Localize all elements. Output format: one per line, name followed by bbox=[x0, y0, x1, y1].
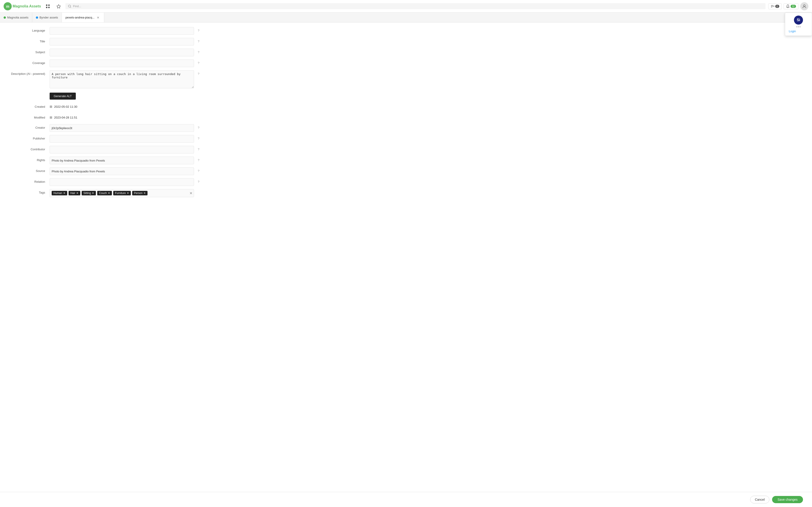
publisher-input[interactable] bbox=[50, 135, 194, 143]
grid-menu-button[interactable] bbox=[44, 2, 52, 10]
tag-human-label: Human bbox=[53, 191, 62, 195]
tag-furniture-label: Furniture bbox=[115, 191, 126, 195]
tags-label: Tags bbox=[9, 189, 50, 194]
source-label: Source bbox=[9, 167, 50, 173]
tag-furniture: Furniture ✕ bbox=[113, 191, 131, 195]
svg-line-8 bbox=[70, 7, 71, 8]
created-calendar-icon: ⊞ bbox=[50, 105, 52, 108]
subject-field: ? bbox=[50, 49, 194, 56]
svg-rect-4 bbox=[46, 7, 47, 8]
description-textarea[interactable]: A person with long hair sitting on a cou… bbox=[50, 70, 194, 88]
rights-field: ? bbox=[50, 157, 194, 164]
tag-human-remove[interactable]: ✕ bbox=[63, 192, 65, 194]
tasks-button[interactable]: 0 bbox=[768, 3, 782, 9]
popup-dot-3 bbox=[800, 26, 801, 27]
contributor-field: ? bbox=[50, 146, 194, 154]
tag-couch: Couch ✕ bbox=[97, 191, 112, 195]
created-row: Created ⊞ 2022-05-02 11:30 bbox=[9, 103, 194, 111]
tab-pexels[interactable]: pexels-andrea-piacq... ✕ bbox=[62, 13, 104, 22]
creator-input[interactable] bbox=[50, 124, 194, 132]
user-menu-button[interactable] bbox=[800, 2, 808, 10]
title-row: Title ? bbox=[9, 38, 194, 46]
relation-input[interactable] bbox=[50, 178, 194, 186]
publisher-field: ? bbox=[50, 135, 194, 143]
subject-label: Subject bbox=[9, 49, 50, 54]
svg-rect-11 bbox=[771, 7, 772, 7]
search-placeholder: Find... bbox=[73, 4, 81, 8]
rights-help-icon: ? bbox=[198, 158, 199, 162]
star-icon bbox=[57, 4, 61, 8]
language-label: Language bbox=[9, 27, 50, 32]
coverage-label: Coverage bbox=[9, 59, 50, 65]
magnolia-logo: m bbox=[4, 2, 12, 10]
svg-point-7 bbox=[68, 5, 70, 7]
description-field: A person with long hair sitting on a cou… bbox=[50, 70, 194, 89]
notifications-badge: 32 bbox=[791, 5, 796, 8]
generate-alt-spacer bbox=[9, 92, 50, 94]
source-help-icon: ? bbox=[198, 169, 199, 173]
modified-timestamp: 2023-04-28 11:51 bbox=[54, 116, 78, 119]
tag-couch-label: Couch bbox=[99, 191, 107, 195]
creator-row: Creator ? bbox=[9, 124, 194, 132]
tag-couch-remove[interactable]: ✕ bbox=[108, 192, 110, 194]
tag-hair-remove[interactable]: ✕ bbox=[76, 192, 79, 194]
tag-person: Person ✕ bbox=[132, 191, 148, 195]
tags-field: Human ✕ Hair ✕ Sitting ✕ Couch ✕ bbox=[50, 189, 194, 197]
coverage-help-icon: ? bbox=[198, 61, 199, 65]
coverage-row: Coverage ? bbox=[9, 59, 194, 68]
created-label: Created bbox=[9, 105, 50, 108]
language-input[interactable] bbox=[50, 27, 194, 35]
tab-magnolia-assets[interactable]: Magnolia assets bbox=[0, 13, 32, 22]
top-nav: m Magnolia Assets Find... bbox=[0, 0, 812, 13]
description-help-icon: ? bbox=[198, 72, 199, 75]
form-container: Language ? Title ? Subject ? Coverage bbox=[0, 27, 203, 197]
source-input[interactable] bbox=[50, 167, 194, 175]
user-icon bbox=[802, 4, 806, 8]
logo: m Magnolia Assets bbox=[4, 2, 41, 10]
generate-alt-button[interactable]: Generate ALT bbox=[50, 93, 76, 100]
language-help-icon: ? bbox=[198, 29, 199, 32]
cancel-button[interactable]: Cancel bbox=[750, 496, 770, 503]
grid-icon bbox=[46, 4, 50, 8]
subject-row: Subject ? bbox=[9, 49, 194, 57]
favorites-button[interactable] bbox=[55, 2, 63, 10]
tag-sitting-label: Sitting bbox=[84, 191, 91, 195]
tag-sitting: Sitting ✕ bbox=[82, 191, 96, 195]
popup-dot-1 bbox=[797, 26, 797, 27]
tab-bynder-assets[interactable]: Bynder assets bbox=[32, 13, 62, 22]
tags-clear-button[interactable]: ✕ bbox=[190, 191, 192, 195]
creator-label: Creator bbox=[9, 124, 50, 129]
save-changes-button[interactable]: Save changes bbox=[772, 496, 803, 503]
search-bar: Find... bbox=[65, 3, 766, 9]
svg-rect-10 bbox=[771, 6, 773, 6]
notifications-button[interactable]: 32 bbox=[783, 3, 799, 9]
publisher-row: Publisher ? bbox=[9, 135, 194, 143]
rights-input[interactable] bbox=[50, 157, 194, 164]
logo-text: Magnolia Assets bbox=[13, 4, 41, 8]
svg-rect-3 bbox=[48, 4, 50, 6]
generate-alt-row: Generate ALT bbox=[9, 92, 194, 100]
login-button[interactable]: Login bbox=[785, 28, 800, 36]
publisher-label: Publisher bbox=[9, 135, 50, 140]
user-popup: Si Login bbox=[785, 13, 812, 36]
tag-sitting-remove[interactable]: ✕ bbox=[92, 192, 94, 194]
contributor-input[interactable] bbox=[50, 146, 194, 154]
modified-row: Modified ⊞ 2023-04-28 11:51 bbox=[9, 113, 194, 121]
tab-pexels-close[interactable]: ✕ bbox=[96, 15, 100, 20]
title-input[interactable] bbox=[50, 38, 194, 46]
modified-value: ⊞ 2023-04-28 11:51 bbox=[50, 116, 78, 119]
coverage-input[interactable] bbox=[50, 59, 194, 67]
contributor-label: Contributor bbox=[9, 146, 50, 151]
popup-dot-2 bbox=[798, 26, 799, 27]
publisher-help-icon: ? bbox=[198, 137, 199, 140]
relation-field: ? bbox=[50, 178, 194, 186]
bell-icon bbox=[786, 4, 790, 8]
contributor-row: Contributor ? bbox=[9, 146, 194, 154]
subject-input[interactable] bbox=[50, 49, 194, 56]
relation-help-icon: ? bbox=[198, 180, 199, 183]
nav-right: 0 32 bbox=[768, 2, 808, 10]
coverage-field: ? bbox=[50, 59, 194, 67]
tag-person-remove[interactable]: ✕ bbox=[144, 192, 146, 194]
tag-furniture-remove[interactable]: ✕ bbox=[127, 192, 129, 194]
svg-point-12 bbox=[803, 5, 805, 6]
